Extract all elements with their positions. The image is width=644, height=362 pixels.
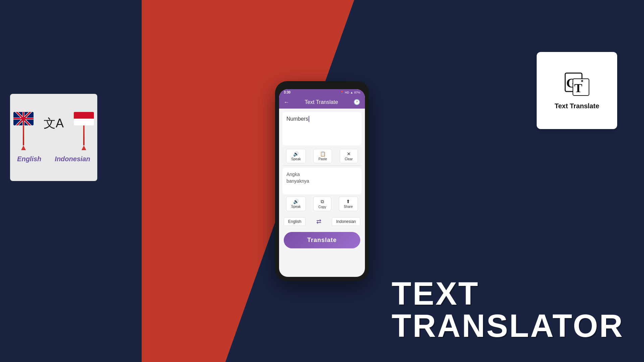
uk-flag-cross-v [23,112,24,125]
speak-input-icon: 🔊 [293,151,299,157]
paste-label: Paste [318,157,327,161]
copy-icon: ⧉ [321,199,324,204]
input-text-display: Numbers [286,116,358,122]
phone-notch [312,85,332,88]
speak-input-button[interactable]: 🔊 Speak [286,149,306,163]
right-card-title: Text Translate [554,102,599,110]
status-bar: 3:30 📍 HD ▲ 87% [279,89,365,96]
signal-icon: ▲ [350,91,353,94]
flags-container: 文A [13,112,94,150]
history-button[interactable]: 🕐 [354,99,360,105]
pole-base-id [82,145,86,150]
app-bar: ← Text Translate 🕐 [279,96,365,109]
share-button[interactable]: ⬆ Share [339,196,358,211]
indonesian-label: Indonesian [55,155,90,163]
output-action-buttons: 🔊 Speak ⧉ Copy ⬆ Share [279,196,365,214]
swap-language-button[interactable]: ⇄ [313,217,325,227]
network-label: HD [345,91,349,94]
phone-screen: 3:30 📍 HD ▲ 87% ← Text Translate 🕐 Numbe… [279,89,365,277]
status-icons: 📍 HD ▲ 87% [340,91,360,94]
big-text-line1: TEXT [392,278,624,310]
battery-label: 87% [354,91,360,94]
gt-logo-icon: G T * [564,71,590,98]
paste-button[interactable]: 📋 Paste [313,149,332,163]
speak-output-icon: 🔊 [293,199,299,204]
clear-icon: ✕ [347,151,351,157]
copy-label: Copy [318,205,326,209]
app-title: Text Translate [305,99,338,105]
translate-button-wrap: Translate [279,229,365,254]
english-label: English [17,155,41,163]
copy-button[interactable]: ⧉ Copy [313,196,331,211]
uk-flag-pole [13,112,34,150]
card-labels: English Indonesian [17,155,90,163]
text-cursor [309,116,309,122]
speak-output-label: Speak [291,205,301,208]
svg-text:*: * [581,79,583,85]
language-bar: English ⇄ Indonesian [279,214,365,229]
pole-stick-id [83,125,85,145]
source-language-button[interactable]: English [284,217,306,226]
pole-base-uk [21,145,26,150]
big-text-container: TEXT TRANSLATOR [392,278,624,342]
target-language-button[interactable]: Indonesian [332,217,360,226]
left-promo-card: 文A English Indonesian [10,94,97,181]
output-section: Angka banyaknya [282,168,362,194]
share-label: Share [344,205,353,208]
back-button[interactable]: ← [284,99,289,105]
speak-output-button[interactable]: 🔊 Speak [286,196,306,211]
input-content: Numbers [286,116,308,122]
output-line-2: banyaknya [286,178,358,184]
pole-stick-uk [23,125,24,145]
id-flag-pole [74,112,94,150]
share-icon: ⬆ [346,199,350,204]
clear-label: Clear [345,157,353,161]
clear-button[interactable]: ✕ Clear [340,149,358,163]
big-text-line2: TRANSLATOR [392,310,624,342]
right-logo-card: G T * Text Translate [537,52,617,129]
translate-button[interactable]: Translate [284,232,360,248]
divider-1 [282,165,362,166]
translate-center-icon: 文A [44,115,64,132]
status-time: 3:30 [284,90,290,94]
uk-flag [13,112,34,125]
phone-container: 3:30 📍 HD ▲ 87% ← Text Translate 🕐 Numbe… [275,81,369,281]
id-flag [74,112,94,125]
paste-icon: 📋 [320,151,326,157]
input-action-buttons: 🔊 Speak 📋 Paste ✕ Clear [279,149,365,165]
phone-mockup: 3:30 📍 HD ▲ 87% ← Text Translate 🕐 Numbe… [275,81,369,281]
location-icon: 📍 [340,91,344,94]
input-section[interactable]: Numbers [282,112,362,145]
speak-input-label: Speak [291,157,301,161]
output-line-1: Angka [286,172,358,177]
